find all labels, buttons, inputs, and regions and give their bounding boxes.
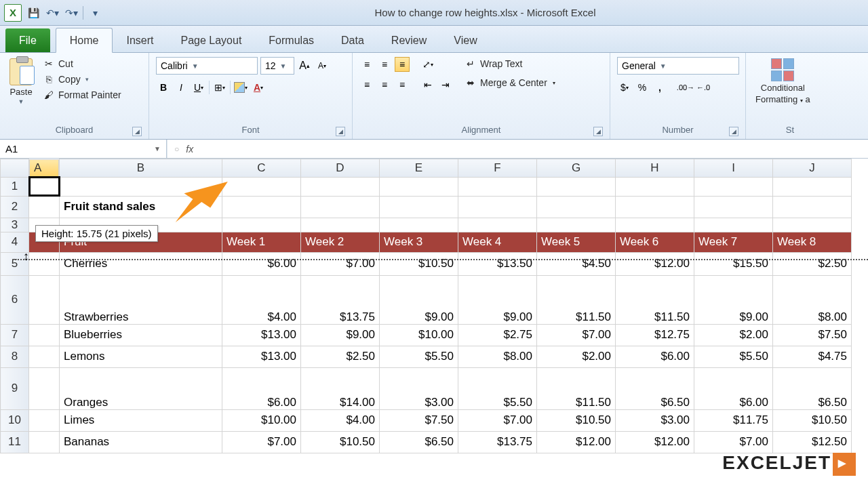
row-header-6[interactable]: 6 bbox=[1, 275, 29, 324]
cell[interactable] bbox=[694, 218, 773, 232]
cell[interactable]: $7.00 bbox=[222, 431, 301, 453]
increase-font-button[interactable]: A▴ bbox=[297, 58, 312, 73]
column-header-D[interactable]: D bbox=[301, 159, 380, 178]
cell[interactable]: $10.50 bbox=[537, 409, 616, 431]
cell[interactable]: $2.75 bbox=[458, 324, 537, 346]
orientation-button[interactable]: ⤢▾ bbox=[420, 57, 435, 72]
cell[interactable] bbox=[301, 177, 380, 196]
cell[interactable]: Fruit stand sales bbox=[60, 196, 222, 218]
dialog-launcher-icon[interactable]: ◢ bbox=[336, 127, 345, 136]
cell[interactable]: $2.00 bbox=[694, 324, 773, 346]
cell[interactable]: $6.00 bbox=[222, 367, 301, 409]
cell[interactable]: $13.50 bbox=[458, 252, 537, 275]
cell[interactable] bbox=[222, 218, 301, 232]
cut-button[interactable]: ✂Cut bbox=[41, 57, 123, 70]
fill-color-button[interactable]: ▾ bbox=[233, 80, 248, 95]
cell[interactable]: $12.50 bbox=[773, 431, 852, 453]
cell[interactable] bbox=[29, 409, 60, 431]
cell[interactable] bbox=[29, 324, 60, 346]
cell[interactable]: Lemons bbox=[60, 346, 222, 367]
decrease-decimal-button[interactable]: ←.0 bbox=[696, 80, 711, 95]
cell[interactable] bbox=[616, 177, 694, 196]
cell[interactable]: $9.00 bbox=[380, 275, 458, 324]
cell[interactable] bbox=[773, 196, 852, 218]
cell[interactable]: $9.00 bbox=[301, 324, 380, 346]
cell[interactable]: Week 4 bbox=[458, 232, 537, 252]
cell[interactable] bbox=[773, 218, 852, 232]
row-header-11[interactable]: 11 bbox=[1, 431, 29, 453]
column-header-F[interactable]: F bbox=[458, 159, 537, 178]
column-header-I[interactable]: I bbox=[694, 159, 773, 178]
cell[interactable]: $2.50 bbox=[773, 252, 852, 275]
cell[interactable]: Week 5 bbox=[537, 232, 616, 252]
cell[interactable] bbox=[301, 196, 380, 218]
percent-format-button[interactable]: % bbox=[635, 80, 650, 95]
cell[interactable]: $13.75 bbox=[301, 275, 380, 324]
decrease-font-button[interactable]: A▾ bbox=[315, 58, 330, 73]
paste-button[interactable]: Paste ▼ bbox=[7, 57, 35, 106]
cell[interactable] bbox=[29, 346, 60, 367]
decrease-indent-button[interactable]: ⇤ bbox=[420, 77, 435, 92]
cell[interactable]: $11.50 bbox=[616, 275, 694, 324]
underline-button[interactable]: U▾ bbox=[191, 80, 206, 95]
cell[interactable] bbox=[60, 177, 222, 196]
cell[interactable]: $13.75 bbox=[458, 431, 537, 453]
cell[interactable] bbox=[29, 177, 60, 196]
cell[interactable]: $7.00 bbox=[537, 324, 616, 346]
cell[interactable]: $14.00 bbox=[301, 367, 380, 409]
excel-app-icon[interactable]: X bbox=[4, 4, 22, 22]
cell[interactable]: $2.00 bbox=[537, 346, 616, 367]
cell[interactable]: $6.50 bbox=[380, 431, 458, 453]
cell[interactable]: $10.00 bbox=[380, 324, 458, 346]
cell[interactable] bbox=[694, 177, 773, 196]
cell[interactable]: $8.00 bbox=[773, 275, 852, 324]
copy-button[interactable]: ⎘Copy▾ bbox=[41, 73, 123, 86]
cell[interactable] bbox=[616, 218, 694, 232]
save-icon[interactable]: 💾 bbox=[26, 5, 41, 20]
dialog-launcher-icon[interactable]: ◢ bbox=[132, 127, 142, 136]
increase-decimal-button[interactable]: .00→ bbox=[678, 80, 693, 95]
cell[interactable] bbox=[458, 177, 537, 196]
row-header-10[interactable]: 10 bbox=[1, 409, 29, 431]
conditional-formatting-button[interactable]: Conditional Formatting ▾ a bbox=[753, 57, 813, 106]
dialog-launcher-icon[interactable]: ◢ bbox=[593, 127, 603, 136]
merge-center-button[interactable]: ⬌Merge & Center▾ bbox=[462, 76, 557, 89]
cancel-icon[interactable]: ○ bbox=[174, 144, 179, 154]
cell[interactable]: $10.50 bbox=[773, 409, 852, 431]
cell[interactable]: $6.50 bbox=[616, 367, 694, 409]
cell[interactable]: $3.00 bbox=[616, 409, 694, 431]
undo-icon[interactable]: ↶▾ bbox=[45, 5, 60, 20]
cell[interactable]: $7.50 bbox=[380, 409, 458, 431]
select-all-corner[interactable] bbox=[1, 159, 29, 178]
cell[interactable]: $7.50 bbox=[773, 324, 852, 346]
cell[interactable] bbox=[29, 275, 60, 324]
row-header-2[interactable]: 2 bbox=[1, 196, 29, 218]
tab-data[interactable]: Data bbox=[328, 28, 378, 52]
cell[interactable]: $9.00 bbox=[694, 275, 773, 324]
cell[interactable] bbox=[458, 196, 537, 218]
cell[interactable]: $6.00 bbox=[694, 367, 773, 409]
cell[interactable] bbox=[29, 252, 60, 275]
row-header-7[interactable]: 7 bbox=[1, 324, 29, 346]
cell[interactable] bbox=[537, 196, 616, 218]
column-header-A[interactable]: A bbox=[29, 159, 59, 177]
align-center-button[interactable]: ≡ bbox=[377, 77, 392, 92]
cell[interactable]: Week 7 bbox=[694, 232, 773, 252]
cell[interactable] bbox=[29, 431, 60, 453]
row-header-1[interactable]: 1 bbox=[1, 177, 29, 196]
cell[interactable]: $9.00 bbox=[458, 275, 537, 324]
cell[interactable]: $5.50 bbox=[694, 346, 773, 367]
font-color-button[interactable]: A▾ bbox=[251, 80, 266, 95]
cell[interactable]: $5.50 bbox=[380, 346, 458, 367]
cell[interactable]: $10.50 bbox=[301, 431, 380, 453]
cell[interactable] bbox=[458, 218, 537, 232]
cell[interactable]: Week 8 bbox=[773, 232, 852, 252]
align-top-button[interactable]: ≡ bbox=[359, 57, 374, 72]
cell[interactable]: $8.00 bbox=[458, 346, 537, 367]
column-header-C[interactable]: C bbox=[222, 159, 301, 178]
borders-button[interactable]: ⊞▾ bbox=[212, 80, 227, 95]
tab-view[interactable]: View bbox=[440, 28, 490, 52]
cell[interactable]: $10.00 bbox=[222, 409, 301, 431]
cell[interactable] bbox=[29, 196, 60, 218]
wrap-text-button[interactable]: ↵Wrap Text bbox=[462, 57, 557, 70]
